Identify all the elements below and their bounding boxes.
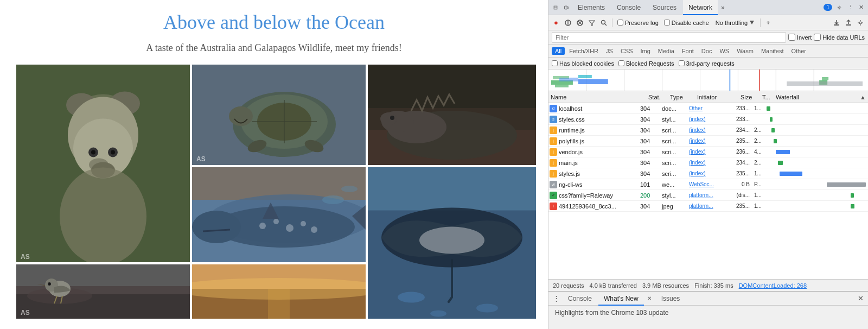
header-waterfall[interactable]: Waterfall ▲ — [774, 94, 868, 100]
throttle-button[interactable]: No throttling — [712, 20, 757, 26]
inspect-icon[interactable] — [551, 3, 560, 12]
row-initiator[interactable]: platform... — [687, 192, 730, 198]
clear-button[interactable] — [575, 17, 585, 28]
device-toolbar-icon[interactable] — [562, 3, 571, 12]
record-button[interactable]: ● — [551, 17, 561, 28]
row-name-runtime-js[interactable]: j runtime.js — [548, 126, 638, 134]
type-filter-img[interactable]: Img — [637, 47, 654, 55]
row-name-image[interactable]: i 49412593648_8cc3... — [548, 203, 638, 210]
drawer-tab-console[interactable]: Console — [563, 292, 597, 306]
filter-icon-button[interactable] — [586, 17, 597, 28]
type-filter-manifest[interactable]: Manifest — [758, 47, 787, 55]
search-button[interactable] — [598, 17, 609, 28]
row-name-styles-css[interactable]: s styles.css — [548, 116, 638, 123]
has-blocked-cookies[interactable]: Has blocked cookies — [552, 60, 614, 67]
type-filter-css[interactable]: CSS — [617, 47, 636, 55]
row-name-styles-js[interactable]: j styles.js — [548, 170, 638, 178]
row-initiator[interactable]: Other — [687, 105, 730, 111]
blocked-cookies-input[interactable] — [552, 60, 558, 66]
dom-content-loaded[interactable]: DOMContentLoaded: 268 — [739, 282, 807, 289]
row-initiator[interactable]: WebSoc... — [687, 181, 730, 187]
wifi-icon[interactable] — [764, 18, 773, 27]
row-name-main-js[interactable]: j main.js — [548, 159, 638, 167]
invert-checkbox[interactable]: Invert — [788, 34, 812, 41]
svg-point-40 — [311, 226, 317, 233]
type-filter-ws[interactable]: WS — [716, 47, 732, 55]
preserve-log-checkbox[interactable]: Preserve log — [617, 20, 659, 26]
type-filter-font[interactable]: Font — [679, 47, 697, 55]
tab-network[interactable]: Network — [683, 0, 718, 15]
import-button[interactable] — [831, 17, 842, 28]
drawer-tab-whats-new[interactable]: What's New — [598, 292, 644, 306]
row-name-ng-cli-ws[interactable]: w ng-cli-ws — [548, 181, 638, 188]
row-name-vendor-js[interactable]: j vendor.js — [548, 148, 638, 156]
network-request-list[interactable]: d localhost 304 doc... Other 233... 1...… — [548, 103, 868, 279]
third-party-requests[interactable]: 3rd-party requests — [679, 60, 735, 67]
more-options-icon[interactable]: ⋮ — [846, 3, 854, 12]
type-filter-media[interactable]: Media — [655, 47, 678, 55]
table-row[interactable]: i 49412593648_8cc3... 304 jpeg platform.… — [548, 201, 868, 212]
tab-elements[interactable]: Elements — [572, 0, 610, 15]
header-name[interactable]: Name — [548, 94, 646, 100]
preserve-log-input[interactable] — [617, 20, 623, 26]
blocked-requests[interactable]: Blocked Requests — [618, 60, 674, 67]
close-tab-icon[interactable]: ✕ — [646, 295, 653, 302]
js-icon: j — [550, 126, 557, 134]
row-initiator[interactable]: (index) — [687, 138, 730, 144]
header-time[interactable]: T... — [760, 94, 774, 100]
table-row[interactable]: j runtime.js 304 scri... (index) 234... … — [548, 125, 868, 136]
hide-data-urls-input[interactable] — [814, 34, 821, 41]
header-status[interactable]: Stat. — [646, 94, 668, 100]
close-devtools-icon[interactable]: ✕ — [857, 3, 865, 12]
row-initiator[interactable]: platform... — [687, 203, 730, 209]
type-filter-all[interactable]: All — [552, 47, 565, 55]
table-row[interactable]: s styles.css 304 styl... (index) 233... — [548, 114, 868, 125]
row-name-css-raleway[interactable]: ✓ css?family=Raleway — [548, 192, 638, 199]
header-size[interactable]: Size — [738, 94, 760, 100]
settings-network-button[interactable] — [855, 17, 866, 28]
row-name-polyfills-js[interactable]: j polyfills.js — [548, 137, 638, 145]
table-row[interactable]: j main.js 304 scri... (index) 234... 2..… — [548, 157, 868, 168]
row-initiator[interactable]: (index) — [687, 116, 730, 122]
type-filter-js[interactable]: JS — [603, 47, 616, 55]
svg-rect-84 — [834, 24, 839, 26]
table-row[interactable]: ✓ css?family=Raleway 200 styl... platfor… — [548, 190, 868, 201]
toolbar-separator-2 — [760, 18, 761, 27]
table-row[interactable]: j polyfills.js 304 scri... (index) 235..… — [548, 136, 868, 147]
row-initiator[interactable]: (index) — [687, 149, 730, 155]
js-icon-3: j — [550, 148, 557, 156]
type-filter-doc[interactable]: Doc — [698, 47, 716, 55]
svg-marker-79 — [589, 21, 595, 26]
header-type[interactable]: Type — [668, 94, 695, 100]
table-row[interactable]: j vendor.js 304 scri... (index) 236... 4… — [548, 147, 868, 157]
hide-data-urls-checkbox[interactable]: Hide data URLs — [814, 34, 865, 41]
filter-input[interactable] — [552, 32, 786, 43]
disable-cache-checkbox[interactable]: Disable cache — [664, 20, 709, 26]
type-filter-wasm[interactable]: Wasm — [733, 47, 757, 55]
devtools-panel: Elements Console Sources Network » 1 ⋮ ✕… — [548, 0, 868, 329]
third-party-input[interactable] — [679, 60, 685, 66]
row-status: 304 — [638, 138, 660, 144]
disable-cache-input[interactable] — [664, 20, 670, 26]
type-filter-xhr[interactable]: Fetch/XHR — [566, 47, 602, 55]
row-initiator[interactable]: (index) — [687, 160, 730, 166]
header-initiator[interactable]: Initiator — [695, 94, 738, 100]
type-filter-other[interactable]: Other — [788, 47, 809, 55]
blocked-requests-input[interactable] — [618, 60, 624, 66]
tab-more[interactable]: » — [719, 0, 727, 15]
settings-icon[interactable] — [835, 3, 844, 12]
export-button[interactable] — [843, 17, 854, 28]
tab-console[interactable]: Console — [611, 0, 646, 15]
row-initiator[interactable]: (index) — [687, 170, 730, 176]
drawer-tab-issues[interactable]: Issues — [656, 292, 686, 306]
drawer-close-button[interactable]: ✕ — [855, 293, 866, 304]
tab-sources[interactable]: Sources — [647, 0, 682, 15]
row-name-localhost[interactable]: d localhost — [548, 105, 638, 112]
table-row[interactable]: w ng-cli-ws 101 we... WebSoc... 0 B P... — [548, 179, 868, 190]
drawer-options-button[interactable]: ⋮ — [551, 293, 561, 304]
stop-recording-button[interactable] — [563, 17, 573, 28]
table-row[interactable]: d localhost 304 doc... Other 233... 1... — [548, 103, 868, 114]
invert-input[interactable] — [788, 34, 795, 41]
row-initiator[interactable]: (index) — [687, 127, 730, 133]
table-row[interactable]: j styles.js 304 scri... (index) 235... 1… — [548, 168, 868, 179]
